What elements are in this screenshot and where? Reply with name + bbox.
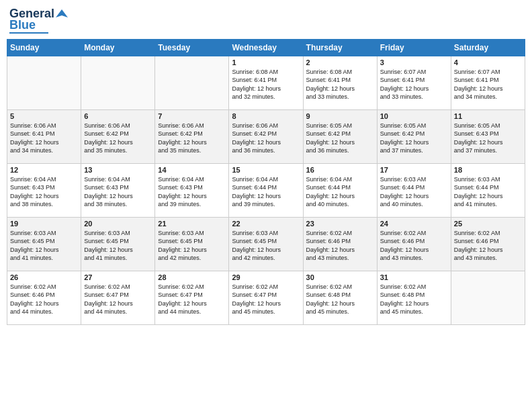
logo-blue-text: Blue [9,19,36,31]
day-info: Sunrise: 6:04 AM Sunset: 6:43 PM Dayligh… [84,175,152,209]
calendar-cell: 4Sunrise: 6:07 AM Sunset: 6:41 PM Daylig… [451,56,525,109]
logo: General Blue [9,7,68,34]
day-number: 5 [10,112,78,120]
calendar-week-3: 12Sunrise: 6:04 AM Sunset: 6:43 PM Dayli… [7,163,525,217]
calendar-cell: 8Sunrise: 6:06 AM Sunset: 6:42 PM Daylig… [229,109,303,163]
calendar-cell: 18Sunrise: 6:03 AM Sunset: 6:44 PM Dayli… [451,163,525,217]
day-info: Sunrise: 6:02 AM Sunset: 6:48 PM Dayligh… [380,283,448,316]
day-info: Sunrise: 6:08 AM Sunset: 6:41 PM Dayligh… [232,68,300,101]
day-info: Sunrise: 6:03 AM Sunset: 6:44 PM Dayligh… [380,175,448,209]
day-number: 6 [84,112,152,120]
weekday-header-sunday: Sunday [7,39,81,56]
day-number: 25 [454,220,522,228]
calendar-week-1: 1Sunrise: 6:08 AM Sunset: 6:41 PM Daylig… [7,56,525,109]
day-number: 20 [84,220,152,228]
day-number: 26 [10,273,78,281]
day-info: Sunrise: 6:03 AM Sunset: 6:45 PM Dayligh… [10,229,78,263]
calendar-cell: 26Sunrise: 6:02 AM Sunset: 6:46 PM Dayli… [7,271,81,324]
day-number: 31 [380,273,448,281]
svg-marker-0 [56,9,68,17]
calendar-cell: 7Sunrise: 6:06 AM Sunset: 6:42 PM Daylig… [155,109,229,163]
day-number: 14 [158,166,226,174]
day-number: 11 [454,112,522,120]
day-number: 19 [10,220,78,228]
day-number: 15 [232,166,300,174]
day-info: Sunrise: 6:07 AM Sunset: 6:41 PM Dayligh… [380,68,448,101]
logo-underline [9,32,48,34]
day-info: Sunrise: 6:02 AM Sunset: 6:47 PM Dayligh… [84,283,152,316]
calendar-cell: 1Sunrise: 6:08 AM Sunset: 6:41 PM Daylig… [229,56,303,109]
calendar-cell: 6Sunrise: 6:06 AM Sunset: 6:42 PM Daylig… [81,109,155,163]
day-info: Sunrise: 6:05 AM Sunset: 6:42 PM Dayligh… [306,122,374,155]
day-info: Sunrise: 6:02 AM Sunset: 6:47 PM Dayligh… [232,283,300,316]
calendar-cell: 5Sunrise: 6:06 AM Sunset: 6:41 PM Daylig… [7,109,81,163]
calendar-table: SundayMondayTuesdayWednesdayThursdayFrid… [7,39,525,325]
calendar-cell [81,56,155,109]
day-number: 7 [158,112,226,120]
day-info: Sunrise: 6:04 AM Sunset: 6:43 PM Dayligh… [158,175,226,209]
day-number: 21 [158,220,226,228]
calendar-cell: 10Sunrise: 6:05 AM Sunset: 6:42 PM Dayli… [377,109,451,163]
weekday-header-friday: Friday [377,39,451,56]
calendar-cell: 9Sunrise: 6:05 AM Sunset: 6:42 PM Daylig… [303,109,377,163]
calendar-cell: 23Sunrise: 6:02 AM Sunset: 6:46 PM Dayli… [303,217,377,271]
day-info: Sunrise: 6:04 AM Sunset: 6:43 PM Dayligh… [10,175,78,209]
day-info: Sunrise: 6:04 AM Sunset: 6:44 PM Dayligh… [306,175,374,209]
calendar-cell: 14Sunrise: 6:04 AM Sunset: 6:43 PM Dayli… [155,163,229,217]
day-number: 29 [232,273,300,281]
day-number: 13 [84,166,152,174]
day-number: 12 [10,166,78,174]
day-info: Sunrise: 6:02 AM Sunset: 6:46 PM Dayligh… [380,229,448,263]
day-info: Sunrise: 6:02 AM Sunset: 6:48 PM Dayligh… [306,283,374,316]
day-info: Sunrise: 6:04 AM Sunset: 6:44 PM Dayligh… [232,175,300,209]
calendar-cell: 30Sunrise: 6:02 AM Sunset: 6:48 PM Dayli… [303,271,377,324]
calendar-cell: 24Sunrise: 6:02 AM Sunset: 6:46 PM Dayli… [377,217,451,271]
calendar-cell [155,56,229,109]
calendar-cell: 11Sunrise: 6:05 AM Sunset: 6:43 PM Dayli… [451,109,525,163]
day-number: 1 [232,58,300,66]
day-number: 4 [454,58,522,66]
day-info: Sunrise: 6:06 AM Sunset: 6:42 PM Dayligh… [232,122,300,155]
day-info: Sunrise: 6:08 AM Sunset: 6:41 PM Dayligh… [306,68,374,101]
day-number: 2 [306,58,374,66]
calendar-week-5: 26Sunrise: 6:02 AM Sunset: 6:46 PM Dayli… [7,271,525,324]
day-info: Sunrise: 6:05 AM Sunset: 6:42 PM Dayligh… [380,122,448,155]
calendar-week-2: 5Sunrise: 6:06 AM Sunset: 6:41 PM Daylig… [7,109,525,163]
calendar-cell: 17Sunrise: 6:03 AM Sunset: 6:44 PM Dayli… [377,163,451,217]
day-info: Sunrise: 6:03 AM Sunset: 6:44 PM Dayligh… [454,175,522,209]
weekday-header-row: SundayMondayTuesdayWednesdayThursdayFrid… [7,39,525,56]
day-info: Sunrise: 6:03 AM Sunset: 6:45 PM Dayligh… [84,229,152,263]
calendar-cell [7,56,81,109]
day-number: 16 [306,166,374,174]
day-info: Sunrise: 6:02 AM Sunset: 6:46 PM Dayligh… [454,229,522,263]
day-info: Sunrise: 6:03 AM Sunset: 6:45 PM Dayligh… [158,229,226,263]
weekday-header-saturday: Saturday [451,39,525,56]
calendar-cell: 13Sunrise: 6:04 AM Sunset: 6:43 PM Dayli… [81,163,155,217]
logo-bird-icon [56,8,68,20]
day-number: 30 [306,273,374,281]
calendar-cell: 16Sunrise: 6:04 AM Sunset: 6:44 PM Dayli… [303,163,377,217]
weekday-header-thursday: Thursday [303,39,377,56]
page-header: General Blue [7,7,525,34]
day-number: 18 [454,166,522,174]
calendar-week-4: 19Sunrise: 6:03 AM Sunset: 6:45 PM Dayli… [7,217,525,271]
day-number: 9 [306,112,374,120]
day-info: Sunrise: 6:03 AM Sunset: 6:45 PM Dayligh… [232,229,300,263]
day-info: Sunrise: 6:06 AM Sunset: 6:42 PM Dayligh… [84,122,152,155]
day-number: 23 [306,220,374,228]
day-info: Sunrise: 6:06 AM Sunset: 6:41 PM Dayligh… [10,122,78,155]
calendar-cell: 19Sunrise: 6:03 AM Sunset: 6:45 PM Dayli… [7,217,81,271]
day-number: 8 [232,112,300,120]
calendar-cell: 3Sunrise: 6:07 AM Sunset: 6:41 PM Daylig… [377,56,451,109]
day-number: 28 [158,273,226,281]
calendar-cell: 28Sunrise: 6:02 AM Sunset: 6:47 PM Dayli… [155,271,229,324]
calendar-cell: 29Sunrise: 6:02 AM Sunset: 6:47 PM Dayli… [229,271,303,324]
calendar-cell: 15Sunrise: 6:04 AM Sunset: 6:44 PM Dayli… [229,163,303,217]
calendar-cell: 25Sunrise: 6:02 AM Sunset: 6:46 PM Dayli… [451,217,525,271]
calendar-cell: 21Sunrise: 6:03 AM Sunset: 6:45 PM Dayli… [155,217,229,271]
calendar-cell: 20Sunrise: 6:03 AM Sunset: 6:45 PM Dayli… [81,217,155,271]
day-number: 10 [380,112,448,120]
day-number: 3 [380,58,448,66]
day-info: Sunrise: 6:05 AM Sunset: 6:43 PM Dayligh… [454,122,522,155]
weekday-header-monday: Monday [81,39,155,56]
